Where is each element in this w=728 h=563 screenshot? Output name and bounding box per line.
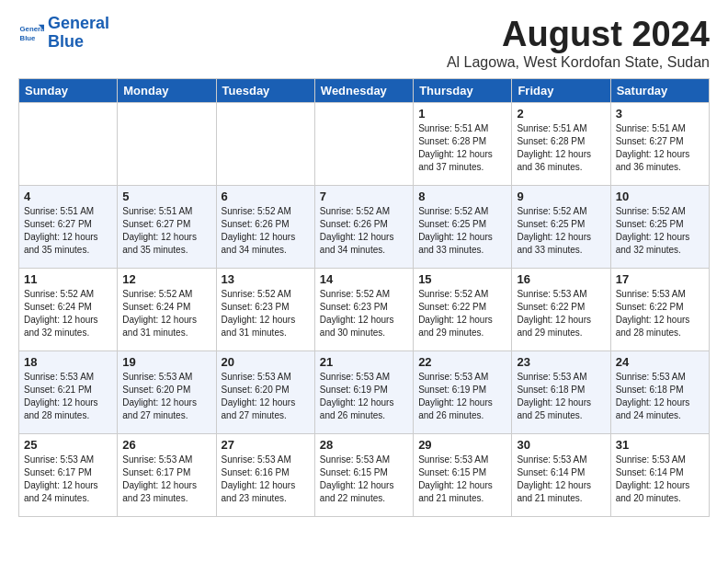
day-info: Sunrise: 5:53 AM Sunset: 6:21 PM Dayligh… — [24, 371, 112, 422]
col-header-wednesday: Wednesday — [314, 79, 413, 103]
calendar-cell: 11Sunrise: 5:52 AM Sunset: 6:24 PM Dayli… — [19, 269, 118, 351]
day-number: 15 — [418, 272, 506, 286]
calendar-cell: 4Sunrise: 5:51 AM Sunset: 6:27 PM Daylig… — [19, 186, 118, 269]
calendar-cell: 28Sunrise: 5:53 AM Sunset: 6:15 PM Dayli… — [314, 434, 413, 517]
day-info: Sunrise: 5:51 AM Sunset: 6:27 PM Dayligh… — [616, 122, 704, 174]
calendar-cell: 29Sunrise: 5:53 AM Sunset: 6:15 PM Dayli… — [414, 434, 512, 517]
day-info: Sunrise: 5:52 AM Sunset: 6:23 PM Dayligh… — [320, 288, 408, 339]
day-number: 31 — [616, 438, 704, 452]
calendar-cell — [118, 103, 216, 186]
calendar-cell — [19, 103, 118, 186]
col-header-sunday: Sunday — [19, 79, 118, 103]
day-number: 13 — [222, 272, 310, 286]
day-info: Sunrise: 5:52 AM Sunset: 6:25 PM Dayligh… — [616, 205, 704, 257]
calendar-cell: 3Sunrise: 5:51 AM Sunset: 6:27 PM Daylig… — [610, 103, 709, 186]
calendar-cell: 13Sunrise: 5:52 AM Sunset: 6:23 PM Dayli… — [216, 269, 314, 351]
calendar-cell: 8Sunrise: 5:52 AM Sunset: 6:25 PM Daylig… — [414, 186, 512, 269]
day-info: Sunrise: 5:53 AM Sunset: 6:19 PM Dayligh… — [320, 371, 408, 422]
col-header-tuesday: Tuesday — [216, 79, 314, 103]
day-number: 10 — [616, 190, 704, 203]
calendar-cell: 21Sunrise: 5:53 AM Sunset: 6:19 PM Dayli… — [314, 351, 413, 434]
calendar-cell: 14Sunrise: 5:52 AM Sunset: 6:23 PM Dayli… — [314, 269, 413, 351]
calendar-cell: 10Sunrise: 5:52 AM Sunset: 6:25 PM Dayli… — [610, 186, 709, 269]
day-number: 1 — [418, 107, 506, 121]
calendar-cell — [216, 103, 314, 186]
title-block: August 2024 Al Lagowa, West Kordofan Sta… — [447, 15, 710, 71]
day-number: 18 — [24, 355, 112, 369]
calendar-cell: 19Sunrise: 5:53 AM Sunset: 6:20 PM Dayli… — [118, 351, 216, 434]
day-number: 25 — [24, 438, 112, 452]
day-number: 12 — [122, 272, 210, 286]
calendar-cell: 23Sunrise: 5:53 AM Sunset: 6:18 PM Dayli… — [512, 351, 610, 434]
day-info: Sunrise: 5:51 AM Sunset: 6:28 PM Dayligh… — [418, 122, 506, 174]
col-header-saturday: Saturday — [610, 79, 709, 103]
day-info: Sunrise: 5:52 AM Sunset: 6:25 PM Dayligh… — [517, 205, 605, 257]
day-number: 20 — [222, 355, 310, 369]
day-number: 14 — [320, 272, 408, 286]
day-info: Sunrise: 5:53 AM Sunset: 6:22 PM Dayligh… — [517, 288, 605, 339]
page-header: General Blue General Blue August 2024 Al… — [18, 15, 710, 71]
calendar-cell: 12Sunrise: 5:52 AM Sunset: 6:24 PM Dayli… — [118, 269, 216, 351]
day-info: Sunrise: 5:53 AM Sunset: 6:20 PM Dayligh… — [122, 371, 210, 422]
day-info: Sunrise: 5:53 AM Sunset: 6:18 PM Dayligh… — [517, 371, 605, 422]
day-number: 24 — [616, 355, 704, 369]
day-number: 8 — [418, 190, 506, 203]
day-number: 27 — [222, 438, 310, 452]
day-info: Sunrise: 5:51 AM Sunset: 6:27 PM Dayligh… — [122, 205, 210, 257]
calendar-cell: 5Sunrise: 5:51 AM Sunset: 6:27 PM Daylig… — [118, 186, 216, 269]
day-info: Sunrise: 5:53 AM Sunset: 6:18 PM Dayligh… — [616, 371, 704, 422]
day-number: 6 — [222, 190, 310, 203]
day-info: Sunrise: 5:52 AM Sunset: 6:23 PM Dayligh… — [222, 288, 310, 339]
day-info: Sunrise: 5:52 AM Sunset: 6:26 PM Dayligh… — [320, 205, 408, 257]
day-number: 22 — [418, 355, 506, 369]
day-info: Sunrise: 5:53 AM Sunset: 6:20 PM Dayligh… — [222, 371, 310, 422]
day-number: 17 — [616, 272, 704, 286]
day-info: Sunrise: 5:51 AM Sunset: 6:27 PM Dayligh… — [24, 205, 112, 257]
calendar-cell: 2Sunrise: 5:51 AM Sunset: 6:28 PM Daylig… — [512, 103, 610, 186]
col-header-thursday: Thursday — [414, 79, 512, 103]
calendar-cell: 24Sunrise: 5:53 AM Sunset: 6:18 PM Dayli… — [610, 351, 709, 434]
day-info: Sunrise: 5:52 AM Sunset: 6:26 PM Dayligh… — [222, 205, 310, 257]
day-info: Sunrise: 5:53 AM Sunset: 6:17 PM Dayligh… — [122, 454, 210, 505]
day-number: 29 — [418, 438, 506, 452]
logo-icon: General Blue — [18, 20, 44, 46]
calendar-cell: 6Sunrise: 5:52 AM Sunset: 6:26 PM Daylig… — [216, 186, 314, 269]
day-number: 23 — [517, 355, 605, 369]
location-title: Al Lagowa, West Kordofan State, Sudan — [447, 54, 710, 71]
calendar-cell: 7Sunrise: 5:52 AM Sunset: 6:26 PM Daylig… — [314, 186, 413, 269]
calendar-cell: 27Sunrise: 5:53 AM Sunset: 6:16 PM Dayli… — [216, 434, 314, 517]
logo-text: General Blue — [48, 15, 109, 52]
day-number: 2 — [517, 107, 605, 121]
month-title: August 2024 — [447, 15, 710, 54]
day-info: Sunrise: 5:53 AM Sunset: 6:14 PM Dayligh… — [517, 454, 605, 505]
day-info: Sunrise: 5:52 AM Sunset: 6:24 PM Dayligh… — [24, 288, 112, 339]
day-number: 11 — [24, 272, 112, 286]
calendar-cell — [314, 103, 413, 186]
day-info: Sunrise: 5:53 AM Sunset: 6:17 PM Dayligh… — [24, 454, 112, 505]
day-number: 16 — [517, 272, 605, 286]
calendar-cell: 30Sunrise: 5:53 AM Sunset: 6:14 PM Dayli… — [512, 434, 610, 517]
day-number: 28 — [320, 438, 408, 452]
day-number: 7 — [320, 190, 408, 203]
day-info: Sunrise: 5:53 AM Sunset: 6:15 PM Dayligh… — [418, 454, 506, 505]
day-info: Sunrise: 5:53 AM Sunset: 6:15 PM Dayligh… — [320, 454, 408, 505]
calendar-cell: 18Sunrise: 5:53 AM Sunset: 6:21 PM Dayli… — [19, 351, 118, 434]
day-info: Sunrise: 5:53 AM Sunset: 6:16 PM Dayligh… — [222, 454, 310, 505]
calendar: SundayMondayTuesdayWednesdayThursdayFrid… — [18, 78, 710, 517]
day-number: 5 — [122, 190, 210, 203]
col-header-monday: Monday — [118, 79, 216, 103]
calendar-week-4: 18Sunrise: 5:53 AM Sunset: 6:21 PM Dayli… — [19, 351, 710, 434]
day-number: 3 — [616, 107, 704, 121]
day-number: 19 — [122, 355, 210, 369]
day-info: Sunrise: 5:53 AM Sunset: 6:14 PM Dayligh… — [616, 454, 704, 505]
calendar-cell: 22Sunrise: 5:53 AM Sunset: 6:19 PM Dayli… — [414, 351, 512, 434]
calendar-cell: 31Sunrise: 5:53 AM Sunset: 6:14 PM Dayli… — [610, 434, 709, 517]
calendar-header: SundayMondayTuesdayWednesdayThursdayFrid… — [19, 79, 710, 103]
calendar-cell: 9Sunrise: 5:52 AM Sunset: 6:25 PM Daylig… — [512, 186, 610, 269]
calendar-cell: 1Sunrise: 5:51 AM Sunset: 6:28 PM Daylig… — [414, 103, 512, 186]
calendar-week-2: 4Sunrise: 5:51 AM Sunset: 6:27 PM Daylig… — [19, 186, 710, 269]
day-number: 4 — [24, 190, 112, 203]
svg-text:Blue: Blue — [20, 34, 37, 42]
logo: General Blue General Blue — [18, 15, 109, 52]
calendar-week-3: 11Sunrise: 5:52 AM Sunset: 6:24 PM Dayli… — [19, 269, 710, 351]
